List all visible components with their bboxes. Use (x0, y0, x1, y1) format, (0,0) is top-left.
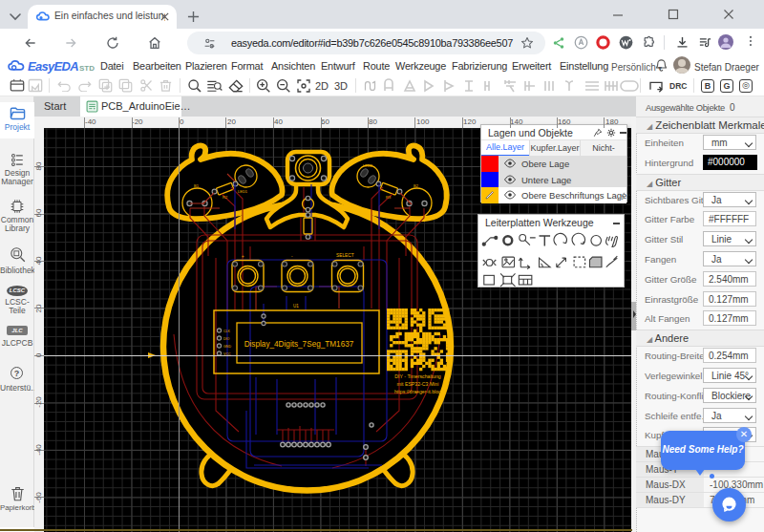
svg-text:DIY - Timerschaltung: DIY - Timerschaltung (394, 373, 440, 379)
svg-text:LED1: LED1 (238, 189, 248, 194)
svg-text:R2: R2 (223, 195, 228, 200)
svg-text:+: + (242, 254, 244, 259)
svg-text:B2: B2 (414, 183, 419, 188)
svg-text:U1: U1 (293, 304, 299, 309)
svg-text:LED2: LED2 (363, 163, 373, 168)
svg-text:DIO: DIO (223, 337, 230, 341)
svg-text:Display_4Digits_7Seg_TM1637: Display_4Digits_7Seg_TM1637 (244, 340, 354, 349)
svg-text:mit ESP32-C3 Mini: mit ESP32-C3 Mini (397, 381, 439, 387)
svg-text:CLK: CLK (223, 330, 231, 333)
svg-text:https://draeger-it.blog: https://draeger-it.blog (394, 389, 441, 394)
svg-text:R3: R3 (386, 195, 392, 200)
svg-text:B1: B1 (194, 183, 200, 188)
svg-text:SELECT: SELECT (336, 253, 354, 258)
svg-text:GND: GND (223, 345, 231, 349)
